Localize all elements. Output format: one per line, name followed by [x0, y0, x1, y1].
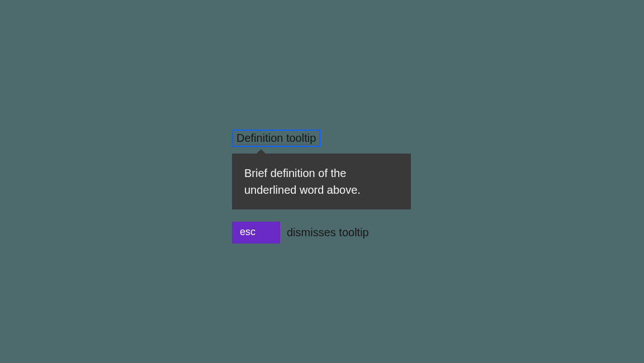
esc-key-badge: esc: [232, 222, 280, 243]
definition-tooltip-trigger-focus-ring: Definition tooltip: [232, 130, 320, 147]
tooltip-content: Brief definition of the underlined word …: [232, 154, 411, 209]
definition-tooltip-trigger[interactable]: Definition tooltip: [236, 132, 316, 145]
tooltip-popover: Brief definition of the underlined word …: [232, 154, 411, 209]
keyboard-hint-row: esc dismisses tooltip: [232, 222, 411, 243]
tooltip-caret-icon: [257, 149, 266, 154]
keyboard-hint-text: dismisses tooltip: [287, 226, 369, 239]
tooltip-demo-container: Definition tooltip Brief definition of t…: [232, 130, 411, 243]
